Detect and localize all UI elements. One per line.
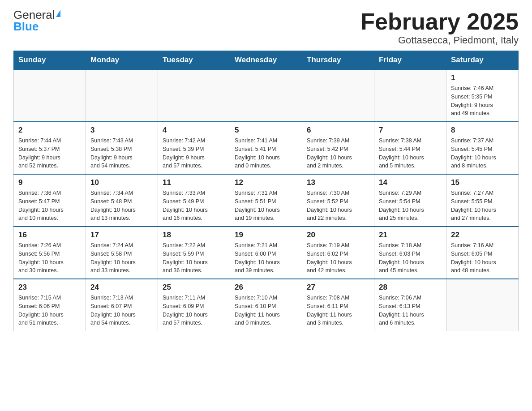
day-info: Sunrise: 7:15 AMSunset: 6:06 PMDaylight:… [18,294,81,327]
calendar-day: 26Sunrise: 7:10 AMSunset: 6:10 PMDayligh… [230,279,302,331]
logo-triangle-icon [56,10,60,17]
calendar-day: 18Sunrise: 7:22 AMSunset: 5:59 PMDayligh… [158,227,230,279]
day-info: Sunrise: 7:06 AMSunset: 6:13 PMDaylight:… [379,294,442,327]
logo-blue-text: Blue [13,21,39,32]
calendar-day: 5Sunrise: 7:41 AMSunset: 5:41 PMDaylight… [230,122,302,174]
day-number: 3 [90,126,153,135]
day-info: Sunrise: 7:22 AMSunset: 5:59 PMDaylight:… [163,241,225,275]
day-number: 11 [163,178,225,187]
calendar-week-5: 23Sunrise: 7:15 AMSunset: 6:06 PMDayligh… [14,279,519,331]
calendar-week-1: 1Sunrise: 7:46 AMSunset: 5:35 PMDaylight… [14,69,519,122]
location-subtitle: Gottasecca, Piedmont, Italy [360,34,519,46]
calendar-day: 21Sunrise: 7:18 AMSunset: 6:03 PMDayligh… [374,227,446,279]
month-title: February 2025 [360,9,519,34]
calendar-day: 9Sunrise: 7:36 AMSunset: 5:47 PMDaylight… [14,174,86,227]
day-info: Sunrise: 7:33 AMSunset: 5:49 PMDaylight:… [163,189,225,223]
day-number: 10 [90,178,153,187]
calendar-header: SundayMondayTuesdayWednesdayThursdayFrid… [14,51,519,70]
day-number: 26 [235,283,297,292]
day-info: Sunrise: 7:39 AMSunset: 5:42 PMDaylight:… [307,137,369,170]
day-info: Sunrise: 7:13 AMSunset: 6:07 PMDaylight:… [90,294,153,327]
calendar-day: 1Sunrise: 7:46 AMSunset: 5:35 PMDaylight… [446,69,519,122]
calendar-day: 6Sunrise: 7:39 AMSunset: 5:42 PMDaylight… [302,122,374,174]
day-info: Sunrise: 7:43 AMSunset: 5:38 PMDaylight:… [90,137,153,170]
day-number: 1 [451,73,514,82]
day-number: 24 [90,283,153,292]
day-number: 6 [307,126,369,135]
weekday-header-sunday: Sunday [14,51,86,70]
calendar-day: 15Sunrise: 7:27 AMSunset: 5:55 PMDayligh… [446,174,519,227]
day-info: Sunrise: 7:46 AMSunset: 5:35 PMDaylight:… [451,84,514,118]
calendar-day [158,69,230,122]
day-info: Sunrise: 7:44 AMSunset: 5:37 PMDaylight:… [18,137,81,170]
day-number: 23 [18,283,81,292]
calendar-day: 2Sunrise: 7:44 AMSunset: 5:37 PMDaylight… [14,122,86,174]
calendar-day: 12Sunrise: 7:31 AMSunset: 5:51 PMDayligh… [230,174,302,227]
weekday-header-thursday: Thursday [302,51,374,70]
calendar-day: 4Sunrise: 7:42 AMSunset: 5:39 PMDaylight… [158,122,230,174]
calendar-day: 24Sunrise: 7:13 AMSunset: 6:07 PMDayligh… [86,279,158,331]
day-info: Sunrise: 7:41 AMSunset: 5:41 PMDaylight:… [235,137,297,170]
weekday-header-friday: Friday [374,51,446,70]
calendar-week-2: 2Sunrise: 7:44 AMSunset: 5:37 PMDaylight… [14,122,519,174]
day-number: 25 [163,283,225,292]
day-number: 28 [379,283,442,292]
day-info: Sunrise: 7:19 AMSunset: 6:02 PMDaylight:… [307,241,369,275]
day-number: 20 [307,231,369,240]
day-number: 15 [451,178,514,187]
calendar-day: 3Sunrise: 7:43 AMSunset: 5:38 PMDaylight… [86,122,158,174]
day-info: Sunrise: 7:26 AMSunset: 5:56 PMDaylight:… [18,241,81,275]
day-info: Sunrise: 7:21 AMSunset: 6:00 PMDaylight:… [235,241,297,275]
logo-general-text: General [13,9,55,21]
calendar-day: 25Sunrise: 7:11 AMSunset: 6:09 PMDayligh… [158,279,230,331]
day-number: 27 [307,283,369,292]
calendar-day: 7Sunrise: 7:38 AMSunset: 5:44 PMDaylight… [374,122,446,174]
calendar-day [230,69,302,122]
day-number: 18 [163,231,225,240]
day-info: Sunrise: 7:11 AMSunset: 6:09 PMDaylight:… [163,294,225,327]
day-number: 22 [451,231,514,240]
day-number: 2 [18,126,81,135]
calendar-week-4: 16Sunrise: 7:26 AMSunset: 5:56 PMDayligh… [14,227,519,279]
calendar-day: 27Sunrise: 7:08 AMSunset: 6:11 PMDayligh… [302,279,374,331]
weekday-header-wednesday: Wednesday [230,51,302,70]
day-number: 17 [90,231,153,240]
day-number: 14 [379,178,442,187]
calendar-day: 28Sunrise: 7:06 AMSunset: 6:13 PMDayligh… [374,279,446,331]
calendar-day: 16Sunrise: 7:26 AMSunset: 5:56 PMDayligh… [14,227,86,279]
day-info: Sunrise: 7:38 AMSunset: 5:44 PMDaylight:… [379,137,442,170]
calendar-day [302,69,374,122]
logo: General Blue [13,9,60,32]
calendar-table: SundayMondayTuesdayWednesdayThursdayFrid… [13,51,519,331]
calendar-day [374,69,446,122]
calendar-week-3: 9Sunrise: 7:36 AMSunset: 5:47 PMDaylight… [14,174,519,227]
day-info: Sunrise: 7:29 AMSunset: 5:54 PMDaylight:… [379,189,442,223]
title-area: February 2025 Gottasecca, Piedmont, Ital… [360,9,519,46]
day-number: 19 [235,231,297,240]
day-info: Sunrise: 7:18 AMSunset: 6:03 PMDaylight:… [379,241,442,275]
calendar-body: 1Sunrise: 7:46 AMSunset: 5:35 PMDaylight… [14,69,519,331]
calendar-day: 11Sunrise: 7:33 AMSunset: 5:49 PMDayligh… [158,174,230,227]
calendar-day [86,69,158,122]
day-number: 13 [307,178,369,187]
calendar-day: 23Sunrise: 7:15 AMSunset: 6:06 PMDayligh… [14,279,86,331]
day-info: Sunrise: 7:27 AMSunset: 5:55 PMDaylight:… [451,189,514,223]
day-info: Sunrise: 7:37 AMSunset: 5:45 PMDaylight:… [451,137,514,170]
calendar-day [446,279,519,331]
day-number: 7 [379,126,442,135]
calendar-day: 8Sunrise: 7:37 AMSunset: 5:45 PMDaylight… [446,122,519,174]
day-number: 4 [163,126,225,135]
day-info: Sunrise: 7:36 AMSunset: 5:47 PMDaylight:… [18,189,81,223]
calendar-day: 20Sunrise: 7:19 AMSunset: 6:02 PMDayligh… [302,227,374,279]
day-number: 21 [379,231,442,240]
day-number: 8 [451,126,514,135]
day-info: Sunrise: 7:24 AMSunset: 5:58 PMDaylight:… [90,241,153,275]
day-info: Sunrise: 7:08 AMSunset: 6:11 PMDaylight:… [307,294,369,327]
weekday-header-row: SundayMondayTuesdayWednesdayThursdayFrid… [14,51,519,70]
page-header: General Blue February 2025 Gottasecca, P… [13,9,519,46]
day-info: Sunrise: 7:42 AMSunset: 5:39 PMDaylight:… [163,137,225,170]
calendar-day: 19Sunrise: 7:21 AMSunset: 6:00 PMDayligh… [230,227,302,279]
day-info: Sunrise: 7:31 AMSunset: 5:51 PMDaylight:… [235,189,297,223]
day-number: 16 [18,231,81,240]
weekday-header-tuesday: Tuesday [158,51,230,70]
